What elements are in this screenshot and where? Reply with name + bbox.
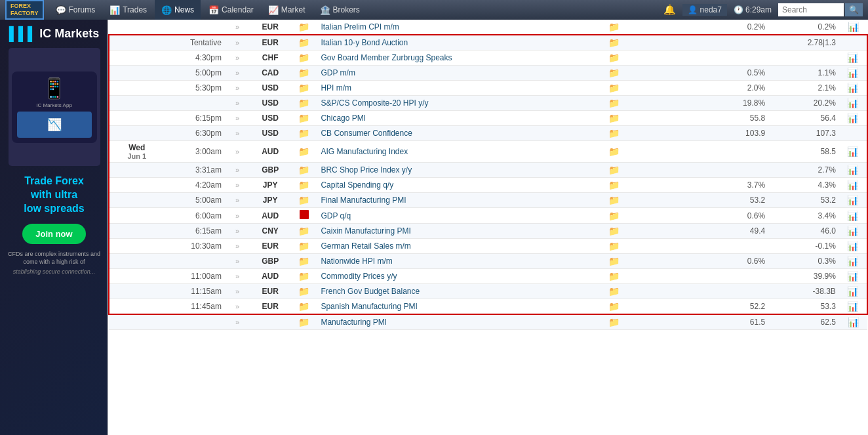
detail-cell[interactable]: 📁 <box>290 51 318 66</box>
logo[interactable]: FOREX FACTORY <box>5 0 44 20</box>
ad-logo-text: IC Markets <box>39 27 99 41</box>
date-cell <box>109 96 165 111</box>
search-button[interactable]: 🔍 <box>845 3 863 16</box>
detail-cell[interactable]: 📁 <box>290 20 318 35</box>
chart-cell[interactable]: 📊 <box>839 193 867 208</box>
event-cell[interactable]: Final Manufacturing PMI <box>317 193 600 208</box>
chart-cell[interactable]: 📊 <box>839 314 867 330</box>
chart-cell[interactable] <box>839 35 867 51</box>
event-cell[interactable]: Italian 10-y Bond Auction <box>317 35 600 51</box>
event-cell[interactable]: French Gov Budget Balance <box>317 284 600 299</box>
currency-cell: AUD <box>250 141 290 163</box>
ad-bar-icon: ▌▌▌ <box>9 26 37 41</box>
chart-cell[interactable]: 📊 <box>839 299 867 315</box>
folder-icon: 📁 <box>298 226 309 236</box>
time-cell: 3:00am <box>165 141 225 163</box>
main-content: »EUR📁Italian Prelim CPI m/m📁0.2%0.2%📊Ten… <box>108 20 868 435</box>
event-cell[interactable]: GDP m/m <box>317 66 600 81</box>
graph-cell: 📁 <box>600 299 627 315</box>
detail-cell[interactable]: 📁 <box>290 66 318 81</box>
event-cell[interactable]: Italian Prelim CPI m/m <box>317 20 600 35</box>
graph-cell: 📁 <box>600 163 627 178</box>
chart-cell[interactable]: 📊 <box>839 224 867 239</box>
time-cell <box>165 20 225 35</box>
chart-cell[interactable]: 📊 <box>839 163 867 178</box>
folder-icon: 📁 <box>298 113 309 123</box>
chart-cell[interactable]: 📊 <box>839 111 867 126</box>
join-now-button[interactable]: Join now <box>22 224 85 244</box>
previous-cell: -38.3B <box>768 284 839 299</box>
table-row: 6:00am»AUDGDP q/q📁0.6%3.4%📊 <box>109 208 867 224</box>
chart-cell[interactable]: 📊 <box>839 254 867 269</box>
chart-cell[interactable]: 📊 <box>839 269 867 284</box>
chart-cell[interactable]: 📊 <box>839 284 867 299</box>
detail-cell[interactable]: 📁 <box>290 299 318 315</box>
event-cell[interactable]: HPI m/m <box>317 81 600 96</box>
actual-cell <box>627 299 698 315</box>
nav-trades[interactable]: 📊 Trades <box>103 0 153 20</box>
currency-cell: USD <box>250 126 290 141</box>
event-cell[interactable]: GDP q/q <box>317 208 600 224</box>
chart-cell[interactable]: 📊 <box>839 208 867 224</box>
event-cell[interactable]: Commodity Prices y/y <box>317 269 600 284</box>
detail-cell[interactable]: 📁 <box>290 314 318 330</box>
chart-cell[interactable]: 📊 <box>839 239 867 254</box>
detail-cell[interactable]: 📁 <box>290 35 318 51</box>
user-menu[interactable]: 👤 neda7 <box>682 4 727 16</box>
chart-cell[interactable]: 📊 <box>839 178 867 193</box>
nav-news[interactable]: 🌐 News <box>155 0 201 20</box>
page-layout: ▌▌▌ IC Markets 📱 IC Markets App 📉 Trade … <box>0 20 868 435</box>
impact-cell: » <box>225 141 250 163</box>
chart-cell[interactable]: 📊 <box>839 20 867 35</box>
detail-cell[interactable]: 📁 <box>290 126 318 141</box>
event-cell[interactable]: CB Consumer Confidence <box>317 126 600 141</box>
detail-cell[interactable]: 📁 <box>290 81 318 96</box>
detail-cell[interactable]: 📁 <box>290 193 318 208</box>
graph-cell: 📁 <box>600 126 627 141</box>
detail-cell[interactable] <box>290 208 318 224</box>
detail-cell[interactable]: 📁 <box>290 163 318 178</box>
detail-cell[interactable]: 📁 <box>290 284 318 299</box>
detail-cell[interactable]: 📁 <box>290 96 318 111</box>
currency-cell: JPY <box>250 193 290 208</box>
folder-icon: 📁 <box>298 180 309 190</box>
search-input[interactable] <box>778 3 844 16</box>
nav-calendar[interactable]: 📅 Calendar <box>202 0 260 20</box>
detail-cell[interactable]: 📁 <box>290 224 318 239</box>
detail-cell[interactable]: 📁 <box>290 269 318 284</box>
event-cell[interactable]: AIG Manufacturing Index <box>317 141 600 163</box>
event-cell[interactable]: Nationwide HPI m/m <box>317 254 600 269</box>
date-cell <box>109 111 165 126</box>
chart-cell[interactable] <box>839 126 867 141</box>
event-cell[interactable]: Caixin Manufacturing PMI <box>317 224 600 239</box>
detail-cell[interactable]: 📁 <box>290 254 318 269</box>
detail-cell[interactable]: 📁 <box>290 141 318 163</box>
detail-cell[interactable]: 📁 <box>290 178 318 193</box>
chart-cell[interactable]: 📊 <box>839 51 867 66</box>
event-cell[interactable]: German Retail Sales m/m <box>317 239 600 254</box>
event-cell[interactable]: Manufacturing PMI <box>317 314 600 330</box>
event-cell[interactable]: S&P/CS Composite-20 HPI y/y <box>317 96 600 111</box>
event-cell[interactable]: BRC Shop Price Index y/y <box>317 163 600 178</box>
detail-cell[interactable]: 📁 <box>290 111 318 126</box>
event-cell[interactable]: Capital Spending q/y <box>317 178 600 193</box>
nav-market[interactable]: 📈 Market <box>262 0 312 20</box>
nav-forums[interactable]: 💬 Forums <box>49 0 102 20</box>
chart-cell[interactable]: 📊 <box>839 66 867 81</box>
phone-icon: 📱 <box>17 77 92 100</box>
event-cell[interactable]: Spanish Manufacturing PMI <box>317 299 600 315</box>
date-cell <box>109 254 165 269</box>
detail-cell[interactable]: 📁 <box>290 239 318 254</box>
notification-bell[interactable]: 🔔 <box>658 4 681 16</box>
event-cell[interactable]: Chicago PMI <box>317 111 600 126</box>
chart-cell[interactable]: 📊 <box>839 96 867 111</box>
current-time: 🕐 6:29am <box>728 5 777 14</box>
event-cell[interactable]: Gov Board Member Zurbrugg Speaks <box>317 51 600 66</box>
table-row: »USD📁S&P/CS Composite-20 HPI y/y📁19.8%20… <box>109 96 867 111</box>
advertisement[interactable]: ▌▌▌ IC Markets 📱 IC Markets App 📉 Trade … <box>0 20 108 435</box>
currency-cell: CAD <box>250 66 290 81</box>
chart-cell[interactable]: 📊 <box>839 141 867 163</box>
impact-arrow-icon: » <box>235 287 239 295</box>
chart-cell[interactable]: 📊 <box>839 81 867 96</box>
nav-brokers[interactable]: 🏦 Brokers <box>313 0 366 20</box>
